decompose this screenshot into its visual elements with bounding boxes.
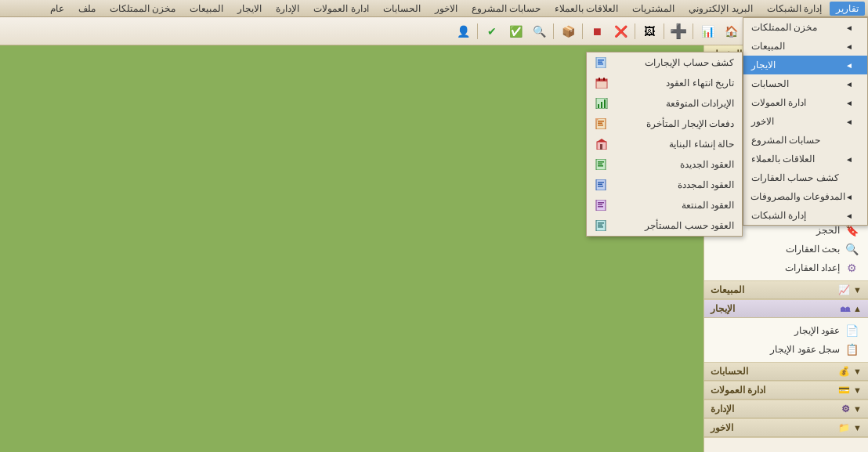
sales-label: المبيعات <box>711 284 744 295</box>
sidebar-item-e3dad-3aqarat[interactable]: ⚙ إعداد العقارات <box>704 259 868 277</box>
sub-item-halet-insha[interactable]: حالة إنشاء البناية <box>587 134 742 154</box>
sidebar-section-rental: ▲ 🏘 الإيجار 📄 عقود الإيجار 📋 سجل عقود ال… <box>704 300 868 363</box>
toolbar-btn-box[interactable]: 📦 <box>557 21 579 42</box>
toolbar-btn-home[interactable]: 🏠 <box>720 21 742 42</box>
toolbar-separator-2 <box>693 24 693 39</box>
menu-mabi3at[interactable]: المبيعات <box>183 2 230 16</box>
toolbar-separator-6 <box>553 24 554 39</box>
menu-3am[interactable]: عام <box>44 2 71 16</box>
dropdown-idara-shabakat[interactable]: ◄ إدارة الشبكات <box>743 206 867 225</box>
dropdown-mahzar-mamlukat[interactable]: ◄ مخزن الممتلكات <box>743 18 867 37</box>
sub-label-kashf-hisab-eejar: كشف حساب الإيجارات <box>645 57 734 68</box>
sidebar-header-fees[interactable]: ▼ 💳 ادارة العمولات <box>704 381 868 400</box>
dropdown-hisabat[interactable]: ◄ الحسابات <box>743 74 867 93</box>
sidebar-header-accounts[interactable]: ▼ 💰 الحسابات <box>704 363 868 381</box>
other-label: الاخور <box>711 422 733 433</box>
arrow-hisabat: ◄ <box>845 80 853 89</box>
toolbar-btn-add[interactable]: ➕ <box>667 21 689 42</box>
arrow-okhor: ◄ <box>845 118 853 126</box>
sub-item-3oqod-mojadada[interactable]: العقود المجددة <box>587 175 742 195</box>
dropdown-mahzar-label: مخزن الممتلكات <box>751 22 817 33</box>
dropdown-okhor[interactable]: ◄ الاخور <box>743 112 867 131</box>
sidebar-header-sales[interactable]: ▼ 📈 المبيعات <box>704 281 868 299</box>
dropdown-hisabat-label: الحسابات <box>751 78 789 89</box>
sub-item-3oqod-jadida[interactable]: العقود الجديدة <box>587 154 742 175</box>
doc-green-icon <box>595 158 610 171</box>
sub-item-tarikh-intiha[interactable]: تاريخ انتهاء العقود <box>587 73 742 93</box>
svg-rect-30 <box>598 204 602 206</box>
sidebar-item-sajal-3oqod[interactable]: 📋 سجل عقود الإيجار <box>704 340 868 359</box>
sub-item-3oqod-mostager[interactable]: العقود حسب المستأجر <box>587 215 742 236</box>
svg-rect-13 <box>598 121 604 122</box>
toolbar-btn-chart[interactable]: 📊 <box>696 21 718 42</box>
sub-label-3oqod-mostager: العقود حسب المستأجر <box>645 220 734 231</box>
sidebar-item-3oqod-eejar[interactable]: 📄 عقود الإيجار <box>704 321 868 340</box>
svg-rect-22 <box>598 164 602 165</box>
sub-label-tarikh-intiha: تاريخ انتهاء العقود <box>666 78 734 89</box>
menu-mashariat[interactable]: المشتريات <box>626 2 681 16</box>
dropdown-idarat-3omolat[interactable]: ◄ ادارة العمولات <box>743 93 867 112</box>
sidebar-header-rental[interactable]: ▲ 🏘 الإيجار <box>704 300 868 318</box>
svg-rect-19 <box>600 144 602 150</box>
menu-okhor[interactable]: الاخور <box>429 2 464 16</box>
svg-rect-5 <box>596 79 607 81</box>
toolbar-separator-3 <box>664 24 664 39</box>
toolbar-btn-stop[interactable]: ⏹ <box>586 21 608 42</box>
chevron-down-icon-accounts: ▼ <box>853 367 862 376</box>
chevron-up-icon-rental: ▲ <box>853 304 862 313</box>
e3dad-3aqarat-label: إعداد العقارات <box>785 262 840 273</box>
dropdown-eejar-label: الايجار <box>751 60 776 71</box>
other-icon: 📁 <box>838 422 850 433</box>
sidebar-header-other[interactable]: ▼ 📁 الاخور <box>704 419 868 437</box>
sajal-3oqod-label: سجل عقود الإيجار <box>770 344 840 355</box>
toolbar-btn-delete[interactable]: ❌ <box>609 21 631 42</box>
sub-label-3oqod-jadida: العقود الجديدة <box>680 159 734 170</box>
dropdown-ilaqat[interactable]: ◄ العلاقات بالعملاء <box>743 150 867 168</box>
svg-rect-27 <box>598 186 603 187</box>
sub-dropdown-eejar: كشف حساب الإيجارات تاريخ انتهاء العقود ا… <box>586 52 743 237</box>
menu-idarat-3omolat[interactable]: ادارة العمولات <box>307 2 374 16</box>
chevron-down-icon-admin: ▼ <box>853 404 862 414</box>
menu-taqarir[interactable]: تقارير <box>830 2 865 16</box>
toolbar-btn-image[interactable]: 🖼 <box>638 21 660 42</box>
sub-item-daf3at-motakhera[interactable]: دفعات الإيجار المتأخرة <box>587 114 742 134</box>
dropdown-okhor-label: الاخور <box>751 116 774 127</box>
arrow-idarat-3omolat: ◄ <box>845 99 853 107</box>
svg-rect-3 <box>598 63 603 65</box>
menu-malf[interactable]: ملف <box>72 2 102 16</box>
fees-icon: 💳 <box>838 385 850 396</box>
menu-ilaqat[interactable]: العلاقات بالعملاء <box>548 2 624 16</box>
svg-rect-23 <box>598 165 603 167</box>
sub-item-3oqod-mante3a[interactable]: العقود المنتعة <box>587 195 742 215</box>
sub-item-eeradat-motawaq3a[interactable]: الإيرادات المتوقعة <box>587 93 742 114</box>
menu-hisabat[interactable]: الحسابات <box>377 2 427 16</box>
hajz-label: الحجز <box>816 225 840 236</box>
sub-label-eeradat-motawaq3a: الإيرادات المتوقعة <box>666 98 734 109</box>
toolbar-separator-5 <box>582 24 583 39</box>
menu-eejar[interactable]: الايجار <box>231 2 268 16</box>
sidebar-header-admin[interactable]: ▼ ⚙ الإدارة <box>704 400 868 418</box>
svg-rect-25 <box>598 182 604 183</box>
dropdown-hisabat-mashro3[interactable]: ◄ حسابات المشروع <box>743 131 867 150</box>
arrow-madfo3at: ◄ <box>845 193 853 201</box>
menu-idara[interactable]: الإدارة <box>269 2 306 16</box>
toolbar-btn-search[interactable]: 🔍 <box>528 21 550 42</box>
toolbar-btn-ok[interactable]: ✅ <box>505 21 526 42</box>
sidebar-section-accounts: ▼ 💰 الحسابات <box>704 363 868 381</box>
arrow-eejar: ◄ <box>845 61 853 70</box>
sidebar-item-bah'th-3aqarat[interactable]: 🔍 بحث العقارات <box>704 240 868 259</box>
toolbar-btn-user[interactable]: 👤 <box>452 21 474 42</box>
dropdown-eejar[interactable]: ◄ الايجار <box>743 56 867 74</box>
menu-mahzar[interactable]: مخزن الممتلكات <box>103 2 182 16</box>
menu-idara-shabakat[interactable]: إدارة الشبكات <box>761 2 828 16</box>
dropdown-mabi3at[interactable]: ◄ المبيعات <box>743 37 867 56</box>
toolbar-btn-check[interactable]: ✔ <box>481 21 503 42</box>
menubar: تقارير إدارة الشبكات البريد الإلكتروني ا… <box>0 0 868 17</box>
accounts-label: الحسابات <box>711 366 748 377</box>
rental-label: الإيجار <box>711 303 735 314</box>
menu-barid[interactable]: البريد الإلكتروني <box>682 2 758 16</box>
sub-item-kashf-hisab-eejar[interactable]: كشف حساب الإيجارات <box>587 52 742 73</box>
dropdown-madfo3at[interactable]: ◄ المدفوعات والمصروفات <box>743 187 867 206</box>
menu-hisabat-mashro3[interactable]: حسابات المشروع <box>465 2 547 16</box>
dropdown-kashf-hisab[interactable]: ◄ كشف حساب العقارات <box>743 168 867 187</box>
